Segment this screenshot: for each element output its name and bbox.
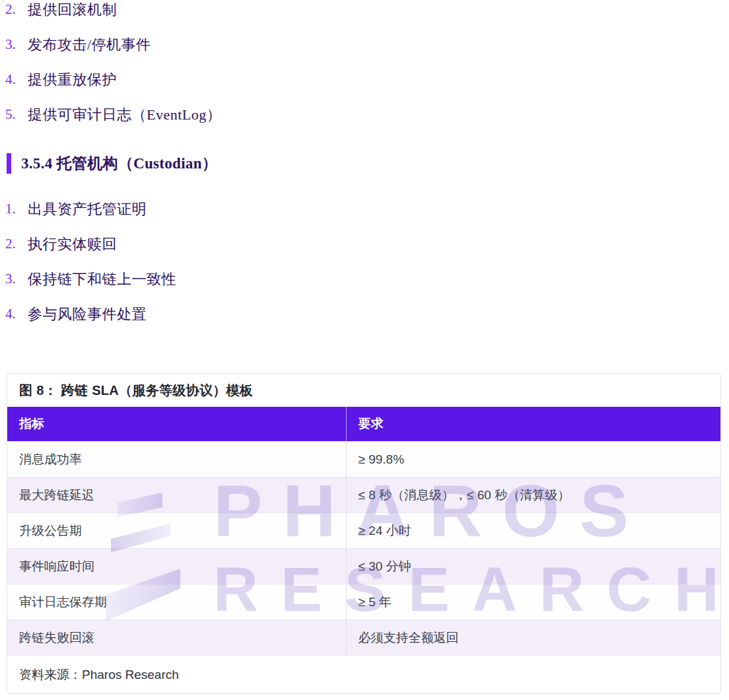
- sla-table: 指标 要求 消息成功率 ≥ 99.8% 最大跨链延迟 ≤ 8 秒（消息级），≤ …: [7, 407, 720, 655]
- requirement-cell: ≥ 24 小时: [346, 513, 720, 549]
- heading-accent-bar: [7, 153, 11, 174]
- list-item: 1. 出具资产托管证明: [5, 192, 729, 227]
- requirement-cell: ≥ 99.8%: [346, 442, 720, 477]
- list-item-number: 4.: [5, 71, 28, 88]
- list-item-number: 4.: [5, 306, 28, 322]
- metric-cell: 最大跨链延迟: [7, 477, 346, 513]
- sla-figure-card: 图 8： 跨链 SLA（服务等级协议）模板 指标 要求 消息成功率 ≥ 99.8…: [7, 373, 721, 694]
- list-item-number: 3.: [5, 36, 28, 53]
- metric-cell: 审计日志保存期: [7, 584, 346, 620]
- list-item-text: 执行实体赎回: [28, 234, 117, 254]
- list-item: 5. 提供可审计日志（EventLog）: [5, 97, 729, 132]
- list-item-text: 发布攻击/停机事件: [28, 35, 151, 55]
- figure-source: 资料来源：Pharos Research: [7, 655, 720, 693]
- column-header-metric: 指标: [7, 407, 346, 442]
- custodian-duties-list: 1. 出具资产托管证明 2. 执行实体赎回 3. 保持链下和链上一致性 4. 参…: [5, 192, 729, 332]
- list-item-number: 2.: [5, 236, 28, 252]
- list-item-number: 1.: [5, 201, 28, 217]
- list-item: 3. 保持链下和链上一致性: [5, 262, 729, 297]
- list-item-text: 保持链下和链上一致性: [28, 269, 176, 289]
- section-heading: 3.5.4 托管机构（Custodian）: [7, 152, 729, 174]
- list-item-text: 提供重放保护: [28, 70, 117, 90]
- list-item-number: 3.: [5, 271, 28, 287]
- list-item-text: 参与风险事件处置: [28, 304, 147, 324]
- list-item-number: 2.: [5, 1, 28, 18]
- table-header-row: 指标 要求: [7, 407, 720, 442]
- metric-cell: 事件响应时间: [7, 549, 346, 584]
- list-item: 4. 提供重放保护: [5, 62, 729, 97]
- table-row: 事件响应时间 ≤ 30 分钟: [7, 549, 720, 584]
- metric-cell: 消息成功率: [7, 442, 346, 477]
- bridge-duties-list: 2. 提供回滚机制 3. 发布攻击/停机事件 4. 提供重放保护 5. 提供可审…: [5, 0, 729, 132]
- table-row: 审计日志保存期 ≥ 5 年: [7, 584, 720, 620]
- list-item-number: 5.: [5, 106, 28, 123]
- column-header-requirement: 要求: [346, 407, 720, 442]
- metric-cell: 跨链失败回滚: [7, 620, 346, 656]
- list-item-text: 提供回滚机制: [28, 0, 117, 20]
- requirement-cell: ≤ 30 分钟: [346, 549, 720, 584]
- table-row: 跨链失败回滚 必须支持全额返回: [7, 620, 720, 656]
- list-item-text: 提供可审计日志（EventLog）: [28, 105, 221, 125]
- requirement-cell: ≤ 8 秒（消息级），≤ 60 秒（清算级）: [346, 477, 720, 513]
- requirement-cell: ≥ 5 年: [346, 584, 720, 620]
- metric-cell: 升级公告期: [7, 513, 346, 549]
- list-item-text: 出具资产托管证明: [28, 199, 147, 219]
- requirement-cell: 必须支持全额返回: [346, 620, 720, 656]
- list-item: 2. 执行实体赎回: [5, 227, 729, 262]
- list-item: 4. 参与风险事件处置: [5, 297, 729, 332]
- table-row: 最大跨链延迟 ≤ 8 秒（消息级），≤ 60 秒（清算级）: [7, 477, 720, 513]
- list-item: 2. 提供回滚机制: [5, 0, 729, 27]
- table-row: 消息成功率 ≥ 99.8%: [7, 442, 720, 477]
- section-heading-text: 3.5.4 托管机构（Custodian）: [21, 153, 217, 174]
- figure-title: 图 8： 跨链 SLA（服务等级协议）模板: [7, 374, 720, 407]
- list-item: 3. 发布攻击/停机事件: [5, 27, 729, 62]
- table-row: 升级公告期 ≥ 24 小时: [7, 513, 720, 549]
- document-page: 2. 提供回滚机制 3. 发布攻击/停机事件 4. 提供重放保护 5. 提供可审…: [0, 0, 729, 692]
